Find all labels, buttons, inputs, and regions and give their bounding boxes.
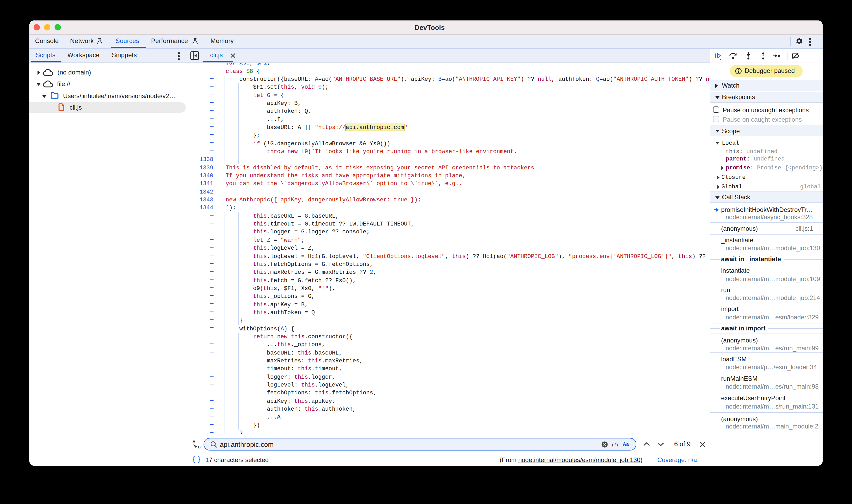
svg-text:A: A (192, 439, 195, 444)
svg-text:B: B (197, 445, 200, 449)
